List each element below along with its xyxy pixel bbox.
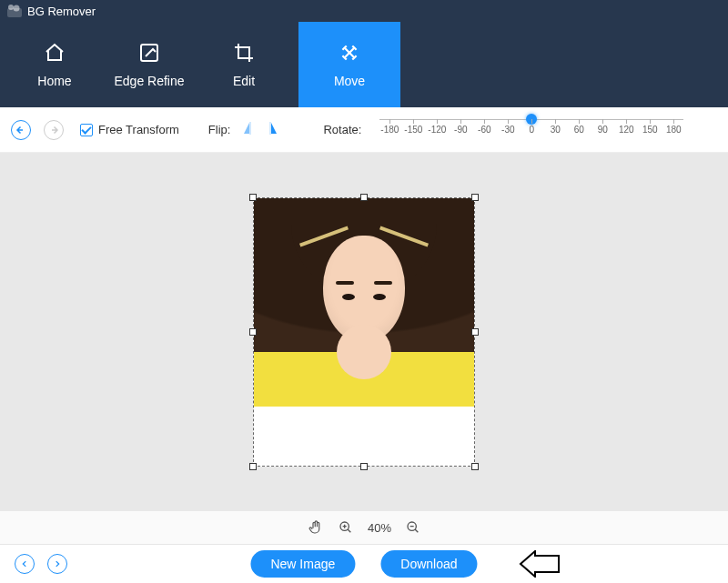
svg-point-2 [14, 5, 20, 12]
free-transform-label: Free Transform [98, 123, 179, 136]
svg-rect-4 [250, 122, 251, 135]
resize-handle-bottom[interactable] [360, 463, 368, 470]
hand-tool-icon[interactable] [308, 519, 324, 536]
resize-handle-top[interactable] [360, 194, 368, 201]
tick: -120 [427, 125, 447, 135]
resize-handle-bottom-right[interactable] [471, 463, 479, 470]
nav-label: Move [334, 74, 365, 88]
move-toolbar: Free Transform Flip: Rotate: -180 -150 -… [0, 107, 728, 153]
nav-edit[interactable]: Edit [197, 22, 291, 107]
tick: -150 [403, 125, 423, 135]
checkbox-checked-icon[interactable] [80, 124, 93, 136]
rotate-label: Rotate: [323, 123, 361, 136]
download-button[interactable]: Download [380, 550, 477, 578]
svg-point-1 [8, 5, 14, 10]
tick: 90 [592, 125, 612, 135]
slider-ticks: -180 -150 -120 -90 -60 -30 0 30 60 90 12… [379, 125, 683, 135]
move-icon [338, 41, 361, 65]
tick: -60 [474, 125, 494, 135]
undo-button[interactable] [11, 120, 31, 140]
selection-box[interactable] [253, 197, 475, 467]
new-image-button[interactable]: New Image [250, 550, 355, 578]
free-transform-option[interactable]: Free Transform [80, 123, 179, 136]
flip-vertical-icon[interactable] [263, 122, 278, 137]
redo-button[interactable] [44, 120, 64, 140]
nav-home[interactable]: Home [7, 22, 102, 107]
nav-edge-refine[interactable]: Edge Refine [102, 22, 197, 107]
annotation-arrow-icon [519, 550, 561, 581]
zoom-value: 40% [368, 521, 391, 535]
tick: 150 [640, 125, 660, 135]
canvas[interactable] [0, 153, 728, 510]
rotate-slider[interactable]: -180 -150 -120 -90 -60 -30 0 30 60 90 12… [379, 125, 683, 135]
edge-refine-icon [137, 41, 161, 65]
nav-move[interactable]: Move [298, 22, 400, 107]
tick: 0 [521, 125, 541, 135]
bottom-bar: New Image Download [0, 545, 728, 583]
flip-label: Flip: [208, 123, 231, 136]
tick: -30 [498, 125, 518, 135]
main-nav: Home Edge Refine Edit Move [0, 22, 728, 107]
zoom-in-icon[interactable] [339, 520, 353, 535]
app-logo-icon [7, 5, 22, 17]
tick: 30 [545, 125, 565, 135]
resize-handle-left[interactable] [249, 328, 257, 336]
title-bar: BG Remover [0, 0, 728, 22]
resize-handle-right[interactable] [471, 328, 479, 336]
zoom-out-icon[interactable] [406, 520, 420, 535]
nav-label: Home [37, 74, 71, 88]
flip-horizontal-icon[interactable] [243, 122, 258, 137]
resize-handle-top-left[interactable] [249, 194, 257, 201]
home-icon [43, 41, 66, 65]
tick: 120 [616, 125, 636, 135]
tick: 60 [569, 125, 589, 135]
next-button[interactable] [47, 554, 67, 574]
svg-rect-5 [270, 122, 271, 135]
crop-icon [232, 41, 256, 65]
nav-label: Edit [233, 74, 255, 88]
nav-label: Edge Refine [114, 74, 184, 88]
resize-handle-bottom-left[interactable] [249, 463, 257, 470]
tick: -90 [450, 125, 470, 135]
resize-handle-top-right[interactable] [471, 194, 479, 201]
tick: 180 [663, 125, 683, 135]
tick: -180 [379, 125, 399, 135]
prev-button[interactable] [15, 554, 35, 574]
zoom-bar: 40% [0, 510, 728, 545]
app-title: BG Remover [27, 5, 96, 18]
portrait-image[interactable] [254, 198, 474, 407]
